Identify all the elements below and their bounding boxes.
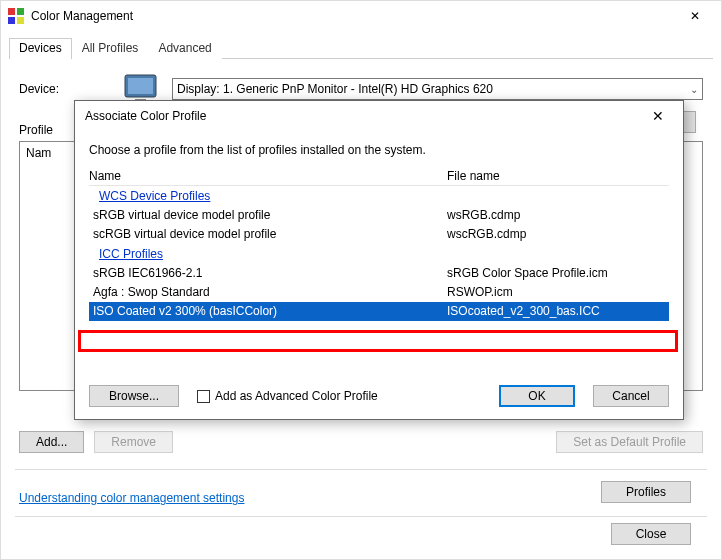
profile-file: ISOcoated_v2_300_bas.ICC bbox=[447, 302, 669, 321]
device-label: Device: bbox=[19, 82, 109, 96]
profile-name: Agfa : Swop Standard bbox=[93, 283, 447, 302]
svg-rect-1 bbox=[17, 8, 24, 15]
profile-buttons-row: Add... Remove Set as Default Profile bbox=[19, 431, 703, 453]
profile-row[interactable]: sRGB virtual device model profile wsRGB.… bbox=[89, 206, 669, 225]
chevron-down-icon: ⌄ bbox=[690, 84, 698, 95]
profile-row[interactable]: scRGB virtual device model profile wscRG… bbox=[89, 225, 669, 244]
group-wcs: WCS Device Profiles bbox=[89, 186, 669, 206]
ok-button[interactable]: OK bbox=[499, 385, 575, 407]
column-name[interactable]: Name bbox=[89, 169, 447, 183]
profile-file: RSWOP.icm bbox=[447, 283, 669, 302]
device-selected-text: Display: 1. Generic PnP Monitor - Intel(… bbox=[177, 82, 493, 96]
device-dropdown[interactable]: Display: 1. Generic PnP Monitor - Intel(… bbox=[172, 78, 703, 100]
profile-name: sRGB virtual device model profile bbox=[93, 206, 447, 225]
group-icc: ICC Profiles bbox=[89, 244, 669, 264]
tabstrip: Devices All Profiles Advanced bbox=[9, 37, 713, 59]
divider bbox=[15, 469, 707, 470]
close-icon[interactable]: ✕ bbox=[643, 108, 673, 124]
tab-devices[interactable]: Devices bbox=[9, 38, 72, 59]
dialog-title: Associate Color Profile bbox=[85, 109, 643, 123]
tab-all-profiles[interactable]: All Profiles bbox=[72, 38, 149, 59]
main-titlebar: Color Management ✕ bbox=[1, 1, 721, 31]
window-title: Color Management bbox=[31, 9, 675, 23]
profile-row[interactable]: sRGB IEC61966-2.1 sRGB Color Space Profi… bbox=[89, 264, 669, 283]
profile-file: sRGB Color Space Profile.icm bbox=[447, 264, 669, 283]
associate-color-profile-dialog: Associate Color Profile ✕ Choose a profi… bbox=[74, 100, 684, 420]
browse-button[interactable]: Browse... bbox=[89, 385, 179, 407]
svg-rect-5 bbox=[128, 78, 153, 94]
svg-rect-2 bbox=[8, 17, 15, 24]
svg-rect-0 bbox=[8, 8, 15, 15]
profile-name: sRGB IEC61966-2.1 bbox=[93, 264, 447, 283]
dialog-body: Choose a profile from the list of profil… bbox=[75, 131, 683, 329]
tab-advanced[interactable]: Advanced bbox=[148, 38, 221, 59]
profile-row-selected[interactable]: ISO Coated v2 300% (basICColor) ISOcoate… bbox=[89, 302, 669, 321]
add-advanced-checkbox-label[interactable]: Add as Advanced Color Profile bbox=[197, 389, 378, 403]
profile-file: wscRGB.cdmp bbox=[447, 225, 669, 244]
profile-name: scRGB virtual device model profile bbox=[93, 225, 447, 244]
svg-rect-3 bbox=[17, 17, 24, 24]
column-header-name-partial: Nam bbox=[26, 146, 51, 160]
help-link[interactable]: Understanding color management settings bbox=[19, 491, 244, 505]
cancel-button[interactable]: Cancel bbox=[593, 385, 669, 407]
add-advanced-checkbox[interactable] bbox=[197, 390, 210, 403]
divider bbox=[15, 516, 707, 517]
add-button[interactable]: Add... bbox=[19, 431, 84, 453]
add-advanced-text: Add as Advanced Color Profile bbox=[215, 389, 378, 403]
set-default-profile-button: Set as Default Profile bbox=[556, 431, 703, 453]
profile-file: wsRGB.cdmp bbox=[447, 206, 669, 225]
profile-row[interactable]: Agfa : Swop Standard RSWOP.icm bbox=[89, 283, 669, 302]
close-button[interactable]: Close bbox=[611, 523, 691, 545]
app-icon bbox=[7, 7, 25, 25]
list-header: Name File name bbox=[89, 169, 669, 186]
dialog-titlebar: Associate Color Profile ✕ bbox=[75, 101, 683, 131]
remove-button: Remove bbox=[94, 431, 173, 453]
close-icon[interactable]: ✕ bbox=[675, 9, 715, 23]
profile-name: ISO Coated v2 300% (basICColor) bbox=[93, 302, 447, 321]
dialog-button-row: Browse... Add as Advanced Color Profile … bbox=[89, 385, 669, 407]
profiles-button[interactable]: Profiles bbox=[601, 481, 691, 503]
column-filename[interactable]: File name bbox=[447, 169, 669, 183]
dialog-instruction: Choose a profile from the list of profil… bbox=[89, 143, 669, 157]
